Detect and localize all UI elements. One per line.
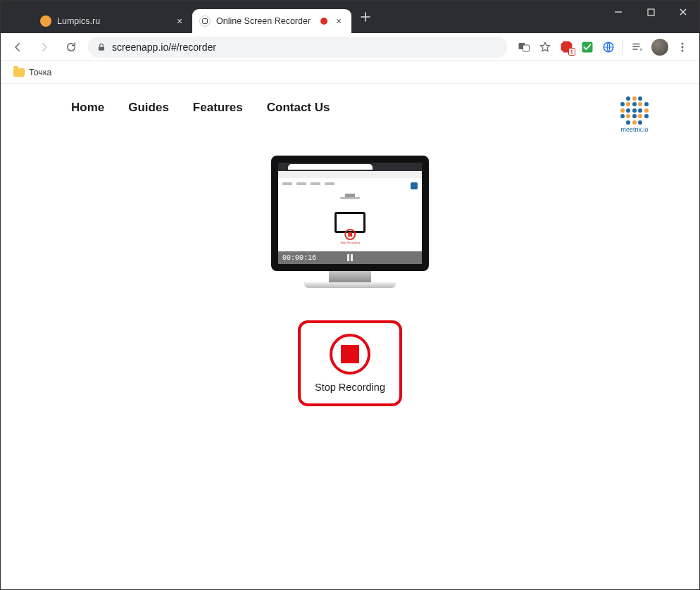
brand-logo-icon (620, 96, 649, 125)
nav-guides[interactable]: Guides (128, 101, 169, 115)
stop-recording-label: Stop Recording (315, 382, 385, 393)
tab-title: Online Screen Recorder (216, 16, 315, 26)
new-tab-button[interactable] (356, 7, 375, 27)
brand-logo[interactable]: meetrix.io (620, 96, 649, 133)
reload-button[interactable] (61, 37, 81, 57)
globe-extension-icon[interactable] (601, 40, 615, 54)
bookmark-folder[interactable]: Точка (9, 65, 56, 80)
tab-close-icon[interactable]: × (333, 15, 344, 27)
preview-addressbar (278, 171, 422, 178)
svg-rect-3 (523, 45, 530, 51)
recording-indicator-icon (320, 18, 327, 25)
toolbar-extension-icons: 1 (514, 39, 692, 56)
translate-icon[interactable] (517, 40, 531, 54)
folder-icon (13, 68, 25, 77)
forward-button[interactable] (35, 37, 54, 57)
favicon-lumpics (40, 15, 51, 27)
brand-text: meetrix.io (620, 126, 649, 133)
recording-overlay: 00:00:16 (278, 251, 422, 264)
preview-stop-button: Stop Recording (340, 229, 360, 244)
bookmark-label: Точка (29, 68, 52, 77)
media-playlist-icon[interactable] (630, 40, 644, 54)
adblock-icon[interactable]: 1 (559, 40, 573, 54)
monitor-frame: Stop Recording 00:00:16 (271, 156, 429, 271)
titlebar: Lumpics.ru × Online Screen Recorder × (1, 1, 699, 33)
svg-point-8 (682, 46, 684, 48)
svg-rect-1 (99, 46, 104, 50)
back-button[interactable] (8, 37, 27, 57)
svg-rect-0 (648, 9, 654, 15)
url-text: screenapp.io/#/recorder (112, 42, 216, 53)
address-bar: screenapp.io/#/recorder 1 (1, 33, 699, 61)
check-extension-icon[interactable] (580, 40, 594, 54)
window-controls (602, 1, 699, 26)
nav-contact[interactable]: Contact Us (267, 101, 330, 115)
preview-stop-label: Stop Recording (340, 241, 360, 244)
tab-title: Lumpics.ru (57, 16, 168, 26)
tab-close-icon[interactable]: × (174, 15, 185, 27)
close-window-button[interactable] (667, 1, 699, 23)
svg-point-7 (682, 42, 684, 44)
svg-point-9 (682, 49, 684, 51)
lock-icon (96, 42, 106, 52)
favicon-screenapp (199, 15, 211, 27)
monitor-base (304, 282, 396, 288)
minimize-button[interactable] (602, 1, 635, 23)
nav-features[interactable]: Features (193, 101, 243, 115)
menu-button[interactable] (675, 40, 689, 54)
monitor-stand (329, 271, 371, 282)
tab-lumpics[interactable]: Lumpics.ru × (33, 9, 192, 33)
preview-brand-icon (411, 182, 418, 189)
maximize-button[interactable] (635, 1, 667, 23)
preview-titlebar (278, 163, 422, 171)
browser-window: Lumpics.ru × Online Screen Recorder × (0, 0, 700, 590)
bookmarks-bar: Точка (1, 61, 699, 84)
profile-avatar[interactable] (651, 39, 668, 56)
preview-nav (282, 182, 335, 185)
stop-recording-button[interactable]: Stop Recording (298, 320, 402, 406)
stop-icon (330, 334, 370, 375)
site-nav: Home Guides Features Contact Us (1, 84, 699, 115)
pause-icon[interactable] (347, 254, 353, 261)
separator (623, 39, 623, 55)
star-icon[interactable] (538, 40, 552, 54)
omnibox[interactable]: screenapp.io/#/recorder (88, 37, 507, 58)
recording-preview: Stop Recording 00:00:16 (271, 156, 429, 288)
nav-home[interactable]: Home (71, 101, 104, 115)
tab-screenapp[interactable]: Online Screen Recorder × (192, 9, 351, 33)
recording-time: 00:00:16 (282, 254, 316, 262)
page-content: Home Guides Features Contact Us meetrix.… (1, 84, 699, 589)
